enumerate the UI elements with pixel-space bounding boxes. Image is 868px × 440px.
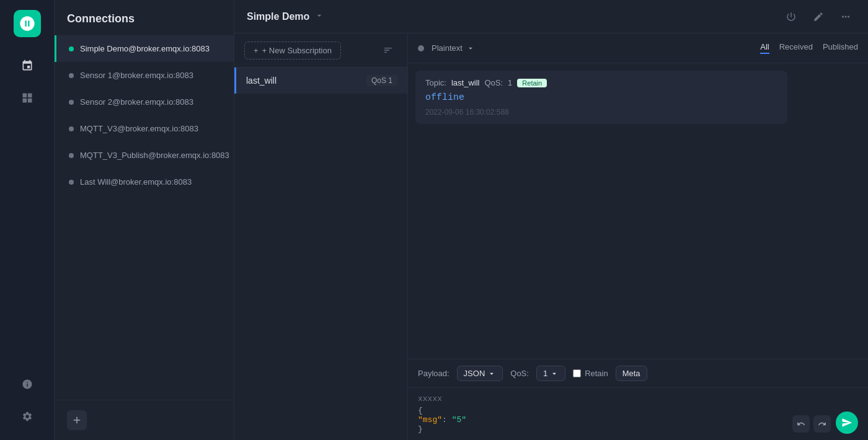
publish-area: Payload: JSON QoS: 1 Retain: [408, 359, 868, 440]
connection-name-2: Sensor 2@broker.emqx.io:8083: [80, 97, 193, 107]
msg-topic-label-0: Topic:: [425, 78, 446, 87]
connection-status-dot: [418, 45, 424, 51]
connections-nav-btn[interactable]: [14, 52, 41, 79]
connection-name-5: Last Will@broker.emqx.io:8083: [80, 177, 192, 187]
msg-retain-badge-0: Retain: [517, 79, 547, 87]
content-body: + + New Subscription last_will QoS 1 Pla…: [234, 33, 868, 440]
sidebar-bottom-actions: [14, 371, 41, 430]
topbar-title-group: Simple Demo: [247, 11, 324, 22]
main-content: Simple Demo + + New Subscription: [234, 0, 868, 440]
edit-btn[interactable]: [808, 7, 828, 27]
new-subscription-btn[interactable]: + + New Subscription: [244, 42, 341, 59]
format-chevron-icon: [466, 44, 475, 53]
connection-name-1: Sensor 1@broker.emqx.io:8083: [80, 71, 193, 80]
power-btn[interactable]: [781, 7, 801, 27]
redo-btn[interactable]: [813, 415, 831, 433]
format-dropdown[interactable]: JSON: [457, 366, 503, 381]
connection-status-dot-0: [69, 46, 74, 51]
format-select[interactable]: Plaintext: [432, 43, 475, 53]
retain-checkbox[interactable]: Retain: [573, 369, 608, 378]
payload-colon: :: [442, 415, 452, 425]
connection-item-2[interactable]: Sensor 2@broker.emqx.io:8083: [55, 89, 234, 115]
connection-item-4[interactable]: MQTT_V3_Publish@broker.emqx.io:8083: [55, 142, 234, 169]
meta-btn[interactable]: Meta: [616, 366, 647, 381]
sub-item-name-0: last_will: [246, 76, 277, 86]
publish-toolbar: Payload: JSON QoS: 1 Retain: [408, 359, 868, 388]
connection-name-0: Simple Demo@broker.emqx.io:8083: [80, 44, 210, 53]
msg-filter-tab-all[interactable]: All: [760, 42, 769, 54]
connections-title: Connections: [67, 12, 135, 25]
retain-input[interactable]: [573, 369, 581, 377]
msg-filter-tab-published[interactable]: Published: [823, 42, 858, 54]
grid-nav-btn[interactable]: [14, 84, 41, 112]
qos-label: QoS:: [510, 369, 529, 378]
redo-icon: [818, 420, 826, 428]
add-connection-btn[interactable]: [67, 410, 87, 430]
connection-status-dot-5: [69, 180, 74, 185]
info-icon: [22, 379, 33, 390]
msg-toolbar: Plaintext AllReceivedPublished: [408, 33, 868, 63]
connections-panel: Connections Simple Demo@broker.emqx.io:8…: [55, 0, 234, 440]
sub-filter-btn[interactable]: [379, 41, 397, 59]
msg-qos-label-0: QoS:: [484, 78, 503, 87]
connections-header: Connections: [55, 0, 234, 35]
payload-brace-close: }: [418, 425, 423, 434]
connection-item-3[interactable]: MQTT_V3@broker.emqx.io:8083: [55, 115, 234, 142]
msg-timestamp-0: 2022-09-06 16:30:02:588: [425, 108, 777, 117]
plus-sub-icon: +: [254, 46, 259, 55]
msg-topic-val-0: last_will: [451, 78, 480, 87]
undo-icon: [797, 420, 805, 428]
connection-status-dot-2: [69, 100, 74, 105]
qos-value: 1: [543, 369, 547, 378]
connections-icon: [21, 59, 33, 72]
meta-label: Meta: [622, 369, 640, 378]
connection-name-4: MQTT_V3_Publish@broker.emqx.io:8083: [80, 151, 229, 160]
info-btn[interactable]: [14, 371, 41, 398]
payload-label: Payload:: [418, 369, 450, 378]
logo-icon: [19, 15, 36, 32]
msg-card-header-0: Topic: last_will QoS: 1 Retain: [425, 78, 777, 87]
sub-item-0[interactable]: last_will QoS 1: [234, 68, 407, 94]
topbar-actions: [781, 7, 856, 27]
topic-placeholder[interactable]: xxxxx: [418, 394, 858, 403]
msg-filter-tabs: AllReceivedPublished: [760, 42, 858, 54]
subscription-panel: + + New Subscription last_will QoS 1: [234, 33, 408, 440]
connection-status-dot-1: [69, 73, 74, 78]
format-value: JSON: [464, 369, 485, 378]
msg-filter-tab-received[interactable]: Received: [779, 42, 813, 54]
new-sub-label: + New Subscription: [262, 46, 332, 55]
qos-dropdown[interactable]: 1: [536, 366, 565, 381]
payload-val: "5": [452, 415, 466, 425]
sub-list: last_will QoS 1: [234, 68, 407, 440]
send-btn[interactable]: [836, 411, 858, 434]
payload-brace-open: {: [418, 406, 423, 415]
edit-icon: [813, 11, 824, 22]
settings-btn[interactable]: [14, 403, 41, 430]
plus-icon: [71, 415, 82, 426]
topbar: Simple Demo: [234, 0, 868, 33]
more-icon: [840, 11, 851, 22]
format-dropdown-icon: [487, 369, 496, 378]
undo-btn[interactable]: [792, 415, 810, 433]
connection-name-3: MQTT_V3@broker.emqx.io:8083: [80, 124, 198, 133]
format-label: Plaintext: [432, 43, 463, 53]
chevron-down-icon[interactable]: [314, 11, 324, 22]
connection-status-dot-3: [69, 126, 74, 131]
sub-item-qos-0: QoS 1: [366, 75, 397, 86]
connection-item-0[interactable]: Simple Demo@broker.emqx.io:8083: [55, 35, 234, 62]
msg-list: Topic: last_will QoS: 1 Retain offline 2…: [408, 63, 868, 359]
msg-qos-val-0: 1: [508, 78, 512, 87]
retain-label: Retain: [585, 369, 608, 378]
publish-input-area: xxxxx { "msg": "5" }: [408, 388, 868, 440]
topbar-title: Simple Demo: [247, 11, 309, 22]
more-btn[interactable]: [836, 7, 856, 27]
connections-add: [55, 400, 234, 440]
connections-list: Simple Demo@broker.emqx.io:8083 Sensor 1…: [55, 35, 234, 400]
connection-item-5[interactable]: Last Will@broker.emqx.io:8083: [55, 169, 234, 195]
publish-action-btns: [792, 415, 831, 433]
settings-icon: [22, 411, 33, 422]
grid-icon: [21, 92, 33, 104]
connection-item-1[interactable]: Sensor 1@broker.emqx.io:8083: [55, 62, 234, 89]
power-icon: [786, 11, 797, 22]
payload-key: "msg": [418, 415, 442, 425]
